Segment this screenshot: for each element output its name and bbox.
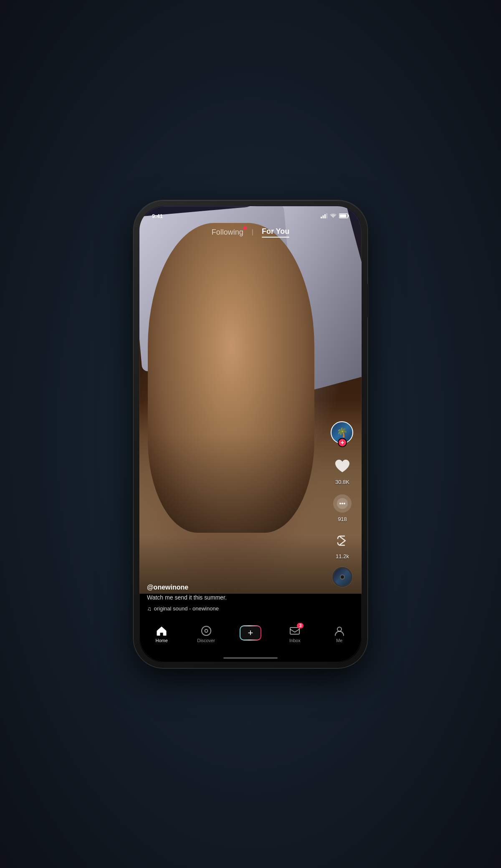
following-tab[interactable]: Following: [212, 228, 243, 237]
likes-count: 30.8K: [335, 479, 349, 485]
page-wrapper: 9:41: [0, 0, 501, 868]
svg-point-12: [205, 629, 207, 632]
me-icon: [334, 625, 345, 636]
comment-icon: [333, 494, 352, 513]
inbox-badge-count: 3: [297, 623, 304, 628]
like-button[interactable]: [331, 456, 353, 477]
svg-point-11: [202, 626, 211, 635]
svg-rect-6: [340, 215, 347, 218]
home-icon: [156, 625, 167, 636]
comment-button[interactable]: [331, 493, 353, 514]
wifi-icon: [330, 213, 337, 218]
foryou-tab[interactable]: For You: [262, 227, 289, 238]
foryou-label: For You: [262, 227, 289, 236]
right-actions: 🌴 + 30.8K: [331, 421, 354, 587]
heart-icon: [334, 459, 351, 474]
avatar-wrap[interactable]: 🌴 +: [331, 421, 354, 445]
phone-shell: 9:41: [134, 200, 367, 668]
discover-label: Discover: [197, 638, 215, 643]
disc-center: [340, 574, 345, 580]
creator-username[interactable]: @onewinone: [147, 584, 328, 591]
me-label: Me: [336, 638, 342, 643]
status-icons: [321, 213, 349, 218]
svg-point-14: [337, 627, 342, 631]
share-action[interactable]: 11.2k: [331, 530, 353, 559]
comment-action[interactable]: 918: [331, 493, 353, 522]
svg-rect-5: [348, 215, 349, 217]
avatar-emoji: 🌴: [337, 427, 348, 438]
svg-point-9: [342, 503, 343, 504]
svg-point-8: [339, 503, 341, 504]
foryou-underline: [262, 237, 289, 238]
shares-count: 11.2k: [336, 553, 349, 559]
music-note-icon: ♫: [147, 605, 152, 612]
comment-svg: [337, 498, 348, 509]
home-label: Home: [156, 638, 168, 643]
follow-button[interactable]: +: [338, 438, 347, 447]
sound-info[interactable]: ♫ original sound - onewinone: [147, 605, 328, 612]
following-notification-dot: [243, 226, 247, 230]
music-disc[interactable]: [332, 567, 352, 587]
svg-rect-1: [323, 215, 324, 218]
phone-screen: 9:41: [139, 206, 362, 662]
signal-icon: [321, 213, 327, 218]
battery-icon: [339, 213, 349, 218]
nav-item-discover[interactable]: Discover: [184, 625, 228, 643]
svg-rect-13: [290, 628, 299, 634]
top-navigation: Following | For You: [139, 227, 362, 238]
creator-avatar-item: 🌴 +: [331, 421, 354, 448]
status-time: 9:41: [152, 213, 163, 219]
status-bar: 9:41: [139, 213, 362, 219]
home-indicator: [223, 657, 278, 659]
share-button[interactable]: [331, 530, 353, 552]
sound-action[interactable]: [332, 567, 352, 587]
bottom-navigation: Home Discover +: [139, 620, 362, 662]
sound-label: original sound - onewinone: [154, 605, 219, 612]
svg-point-10: [344, 503, 345, 504]
create-plus-icon: +: [248, 628, 253, 638]
like-action[interactable]: 30.8K: [331, 456, 353, 485]
nav-item-inbox[interactable]: 3 Inbox: [273, 625, 317, 643]
inbox-label: Inbox: [289, 638, 301, 643]
follow-plus-icon: +: [340, 439, 344, 446]
video-caption: Watch me send it this summer.: [147, 594, 328, 602]
nav-item-home[interactable]: Home: [139, 625, 184, 643]
svg-rect-3: [326, 213, 328, 218]
following-label: Following: [212, 228, 243, 236]
create-button[interactable]: +: [240, 625, 261, 640]
share-icon: [334, 533, 350, 549]
nav-divider: |: [252, 228, 253, 236]
nav-item-me[interactable]: Me: [317, 625, 362, 643]
profile-icon: [334, 625, 345, 636]
inbox-icon-wrap: 3: [289, 625, 300, 636]
nav-item-create[interactable]: +: [228, 625, 273, 640]
comments-count: 918: [338, 516, 347, 522]
svg-rect-2: [324, 214, 326, 218]
svg-rect-0: [321, 217, 322, 218]
video-info: @onewinone Watch me send it this summer.…: [147, 584, 328, 612]
discover-icon: [201, 625, 212, 636]
